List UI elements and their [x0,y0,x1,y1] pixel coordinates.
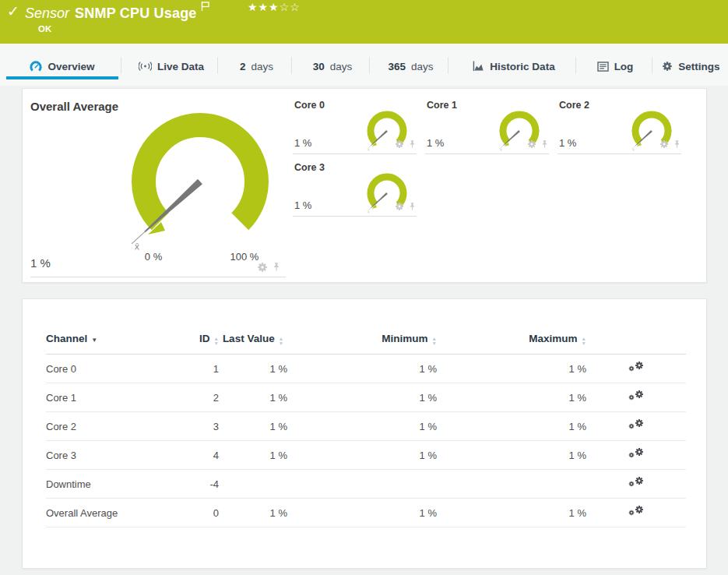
cell-channel[interactable]: Core 3 [46,441,163,470]
cell-maximum: 1 % [437,383,586,412]
core-gauges: Core 0 x̄ 1 % Core 1 x̄ 1 % Core 2 x̄ 1 … [293,98,691,223]
channel-settings-gears-icon[interactable] [628,418,644,432]
tab-label: days [330,61,353,72]
table-row-downtime: Downtime-4 [46,470,686,499]
table-row-core-0: Core 011 %1 %1 % [46,355,686,383]
tab-overview[interactable]: Overview [6,44,118,86]
column-header-max[interactable]: Maximum▲▼ [437,327,586,355]
channel-settings-gears-icon[interactable] [628,505,644,518]
tab-historic-data[interactable]: Historic Data [450,44,578,86]
gauge-max-label: 100 % [224,251,265,263]
tab-log[interactable]: Log [578,44,652,86]
tab-separator [291,57,292,74]
gauge-pin-icon[interactable] [673,140,681,149]
cell-id: -4 [163,470,219,499]
core-gauge-core-1: Core 1 x̄ 1 % [425,98,548,161]
gauge-settings-gear-icon[interactable] [257,262,268,273]
table-row-core-3: Core 341 %1 %1 % [46,441,686,470]
cell-minimum: 1 % [287,355,437,383]
tab-number: 2 [240,61,246,72]
gauge-min-label: 0 % [138,251,169,263]
channel-settings-gears-icon[interactable] [628,447,644,460]
cell-maximum: 1 % [437,441,586,470]
gauge-settings-gear-icon[interactable] [527,139,536,149]
tab-live-data[interactable]: Live Data [123,44,220,86]
core-gauge-value: 1 % [294,199,311,211]
svg-text:x̄: x̄ [500,148,501,151]
gauge-pin-icon[interactable] [409,203,416,211]
tab-days-365[interactable]: 365days [371,44,450,86]
tab-label: days [411,61,434,72]
live-icon [139,61,152,72]
cell-channel[interactable]: Core 0 [46,355,163,383]
tab-separator [121,57,121,74]
cell-maximum: 1 % [437,499,586,527]
overall-average-gauge: x̄ [122,104,278,259]
tab-separator [369,57,370,74]
tab-days-30[interactable]: 30days [294,44,371,86]
core-gauge-label: Core 3 [294,162,325,173]
cell-minimum: 1 % [287,412,437,441]
sensor-kind-label: Sensor [25,5,69,21]
tab-settings[interactable]: Settings [654,44,728,86]
cell-last-value: 1 % [219,355,287,383]
cell-channel[interactable]: Downtime [46,470,163,499]
svg-text:x̄: x̄ [632,148,634,151]
main-gauge-value: 1 % [30,256,51,270]
channels-panel: Channel▼ID▲▼Last Value▲▼Minimum▲▼Maximum… [22,298,707,569]
column-header-channel[interactable]: Channel▼ [46,327,163,355]
gauge-settings-gear-icon[interactable] [395,139,404,149]
tab-number: 30 [313,61,325,72]
tab-days-2[interactable]: 2days [220,44,294,86]
tab-label: days [251,61,273,72]
table-row-overall-average: Overall Average01 %1 %1 % [46,499,686,527]
gauge-pin-icon[interactable] [409,140,416,149]
gauge-pin-icon[interactable] [273,263,280,272]
column-header-id[interactable]: ID▲▼ [163,327,219,355]
cell-maximum [437,470,586,499]
cell-minimum: 1 % [287,383,437,412]
main-gauge-title: Overall Average [30,100,118,113]
cell-maximum: 1 % [437,355,586,383]
gauge-pin-icon[interactable] [541,140,548,149]
cell-last-value: 1 % [219,441,287,470]
table-row-core-1: Core 121 %1 %1 % [46,383,686,412]
cell-channel[interactable]: Overall Average [46,499,163,527]
core-gauge-core-3: Core 3 x̄ 1 % [293,161,416,223]
cell-channel[interactable]: Core 1 [46,383,163,412]
cell-id: 3 [163,412,219,441]
channel-settings-gears-icon[interactable] [628,390,644,403]
core-gauge-value: 1 % [559,137,576,149]
sensor-title: SNMP CPU Usage [75,5,197,21]
log-icon [597,62,609,72]
cell-id: 0 [163,499,219,527]
core-gauge-core-2: Core 2 x̄ 1 % [557,98,681,161]
gauge-settings-gear-icon[interactable] [659,139,669,149]
priority-stars[interactable]: ★★★☆☆ [248,1,301,13]
tab-separator [448,57,448,74]
tab-separator [652,57,652,74]
sort-icon: ▲▼ [214,337,219,346]
cell-maximum: 1 % [437,412,586,441]
gauge-settings-gear-icon[interactable] [395,202,404,211]
channels-table: Channel▼ID▲▼Last Value▲▼Minimum▲▼Maximum… [46,327,686,527]
cell-last-value: 1 % [219,412,287,441]
core-gauge-value: 1 % [427,137,444,149]
cell-channel[interactable]: Core 2 [46,412,163,441]
sort-desc-icon: ▼ [91,337,97,344]
tab-label: Overview [47,61,94,72]
cell-minimum: 1 % [287,499,437,527]
channel-settings-gears-icon[interactable] [628,361,644,374]
core-gauge-label: Core 0 [294,100,325,111]
channel-settings-gears-icon[interactable] [628,476,644,489]
sensor-header: ✓ SensorSNMP CPU Usage ★★★☆☆ OK [0,0,728,44]
status-ok-check-icon: ✓ [7,2,19,20]
core-gauge-label: Core 1 [427,100,457,111]
flag-icon[interactable] [201,2,209,11]
column-header-last[interactable]: Last Value▲▼ [219,327,287,355]
table-row-core-2: Core 231 %1 %1 % [46,412,686,441]
sort-icon: ▲▼ [432,337,437,346]
column-header-actions [586,327,686,355]
cell-last-value [219,470,287,499]
column-header-min[interactable]: Minimum▲▼ [287,327,437,355]
